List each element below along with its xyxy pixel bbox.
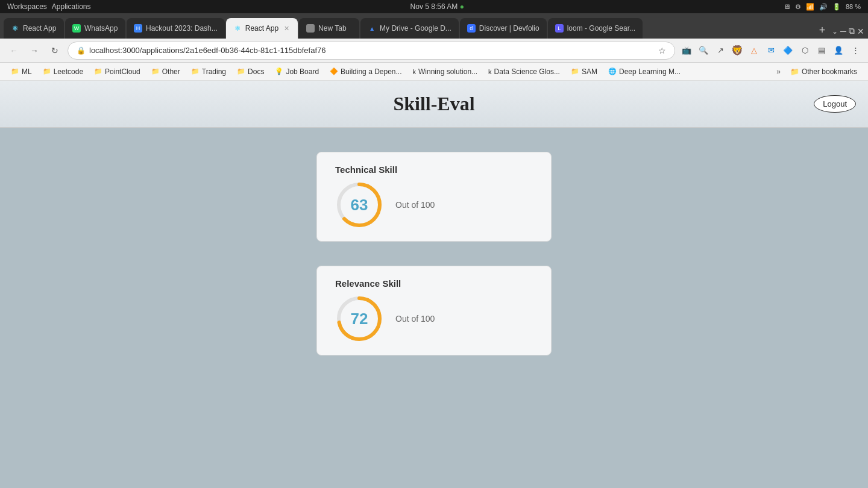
tab-favicon-devfolio: d bbox=[467, 24, 476, 33]
cast-icon[interactable]: 📺 bbox=[680, 44, 693, 57]
bookmark-label-leetcode: Leetcode bbox=[54, 67, 83, 76]
out-of-relevance: Out of 100 bbox=[395, 314, 435, 324]
tab-google-drive[interactable]: ▲My Drive - Google D... bbox=[360, 18, 459, 39]
bookmark-leetcode[interactable]: 📁Leetcode bbox=[38, 64, 88, 79]
tab-label-react-app-2: React App bbox=[245, 24, 278, 33]
bookmark-ml[interactable]: 📁ML bbox=[6, 64, 37, 79]
logout-button[interactable]: Logout bbox=[814, 95, 856, 113]
bookmark-label-docs: Docs bbox=[248, 67, 264, 76]
tab-label-hackout: Hackout 2023: Dash... bbox=[146, 24, 218, 33]
zoom-icon[interactable]: 🔍 bbox=[697, 44, 710, 57]
bookmark-icon-leetcode: 📁 bbox=[43, 67, 51, 75]
tab-close-react-app-2[interactable]: ✕ bbox=[282, 25, 291, 33]
share-icon[interactable]: ↗ bbox=[714, 44, 727, 57]
bookmark-icon-ml: 📁 bbox=[11, 67, 19, 75]
reload-button[interactable]: ↻ bbox=[47, 43, 63, 58]
tab-favicon-react-app-2: ⚛ bbox=[233, 24, 242, 33]
bookmark-label-data-science: Data Science Glos... bbox=[494, 67, 560, 76]
applications-menu[interactable]: Applications bbox=[52, 2, 91, 11]
wifi-icon[interactable]: 📶 bbox=[806, 3, 814, 11]
bookmark-other[interactable]: 📁Other bbox=[146, 64, 185, 79]
score-value-relevance: 72 bbox=[351, 310, 368, 328]
tab-label-react-app-1: React App bbox=[23, 24, 57, 33]
bookmark-building-depen[interactable]: 🔶Building a Depen... bbox=[325, 64, 406, 79]
tab-react-app-2[interactable]: ⚛React App✕ bbox=[226, 18, 298, 39]
bookmark-label-sam: SAM bbox=[582, 67, 597, 76]
brave-shield-icon[interactable]: 🦁 bbox=[731, 44, 744, 57]
score-value-technical: 63 bbox=[351, 196, 368, 214]
bookmark-label-other: Other bbox=[162, 67, 180, 76]
app-header: Skill-Eval Logout bbox=[0, 81, 868, 128]
tab-label-whatsapp: WhatsApp bbox=[84, 24, 118, 33]
tab-favicon-google-drive: ▲ bbox=[368, 24, 376, 33]
bookmark-sam[interactable]: 📁SAM bbox=[566, 64, 602, 79]
score-card-relevance: Relevance Skill 72 Out of 100 bbox=[316, 266, 552, 355]
bookmark-icon-pointcloud: 📁 bbox=[94, 67, 102, 75]
profile-icon[interactable]: 👤 bbox=[832, 44, 845, 57]
minimize-button[interactable]: ─ bbox=[840, 27, 846, 36]
tab-react-app-1[interactable]: ⚛React App bbox=[4, 18, 64, 39]
circle-relevance: 72 bbox=[335, 295, 383, 343]
bookmark-pointcloud[interactable]: 📁PointCloud bbox=[89, 64, 145, 79]
app-content: Skill-Eval Logout Technical Skill 63 Out… bbox=[0, 81, 868, 488]
sidebar-icon[interactable]: ▤ bbox=[815, 44, 828, 57]
tab-hackout[interactable]: HHackout 2023: Dash... bbox=[127, 18, 225, 39]
bookmark-trading[interactable]: 📁Trading bbox=[186, 64, 231, 79]
nav-bar: ← → ↻ 🔒 localhost:3000/applications/2a1e… bbox=[0, 39, 868, 63]
tab-loom[interactable]: Lloom - Google Sear... bbox=[548, 18, 643, 39]
bookmark-star-icon[interactable]: ☆ bbox=[658, 46, 666, 55]
menu-icon[interactable]: ⋮ bbox=[849, 44, 862, 57]
new-tab-button[interactable]: + bbox=[814, 22, 831, 39]
tab-bar: ⚛React AppWWhatsAppHHackout 2023: Dash..… bbox=[0, 13, 868, 39]
bookmarks-bar: 📁ML📁Leetcode📁PointCloud📁Other📁Trading📁Do… bbox=[0, 63, 868, 81]
battery-icon: 🔋 bbox=[832, 3, 841, 11]
other-bookmarks-label: Other bookmarks bbox=[802, 67, 857, 76]
bookmark-icon-docs: 📁 bbox=[237, 67, 245, 75]
back-button[interactable]: ← bbox=[6, 43, 22, 58]
bookmark-data-science[interactable]: kData Science Glos... bbox=[483, 64, 565, 79]
extension-icon-1[interactable]: 🔷 bbox=[781, 44, 794, 57]
bookmark-label-job-board: Job Board bbox=[286, 67, 319, 76]
bookmark-icon-other: 📁 bbox=[151, 67, 160, 75]
extension-icon-2[interactable]: ⬡ bbox=[798, 44, 811, 57]
settings-icon[interactable]: ⚙ bbox=[795, 3, 801, 11]
bookmark-job-board[interactable]: 💡Job Board bbox=[270, 64, 324, 79]
address-bar[interactable]: 🔒 localhost:3000/applications/2a1e6edf-0… bbox=[68, 42, 675, 60]
tab-label-devfolio: Discover | Devfolio bbox=[479, 24, 539, 33]
tab-devfolio[interactable]: dDiscover | Devfolio bbox=[460, 18, 547, 39]
bookmark-icon-deep-learning: 🌐 bbox=[608, 67, 617, 75]
tab-list-chevron[interactable]: ⌄ bbox=[832, 27, 838, 36]
tab-label-loom: loom - Google Sear... bbox=[567, 24, 635, 33]
brave-rewards-icon[interactable]: △ bbox=[747, 44, 761, 57]
lock-icon: 🔒 bbox=[77, 46, 86, 55]
system-bar: Workspaces Applications Nov 5 8:56 AM ● … bbox=[0, 0, 868, 13]
bookmarks-overflow[interactable]: » bbox=[773, 66, 784, 77]
bookmark-winning-solution[interactable]: kWinning solution... bbox=[408, 64, 483, 79]
bookmark-icon-building-depen: 🔶 bbox=[330, 67, 338, 75]
dot-indicator: ● bbox=[460, 2, 464, 11]
screen-icon[interactable]: 🖥 bbox=[784, 3, 790, 10]
close-window-button[interactable]: ✕ bbox=[857, 27, 864, 36]
datetime: Nov 5 8:56 AM bbox=[410, 2, 458, 11]
tab-favicon-new-tab bbox=[306, 24, 315, 33]
bookmark-label-trading: Trading bbox=[202, 67, 226, 76]
folder-icon: 📁 bbox=[790, 67, 799, 76]
tab-whatsapp[interactable]: WWhatsApp bbox=[65, 18, 125, 39]
other-bookmarks-folder[interactable]: 📁 Other bookmarks bbox=[785, 66, 862, 77]
tab-new-tab[interactable]: New Tab bbox=[299, 18, 359, 39]
score-cards-container: Technical Skill 63 Out of 100Relevance S… bbox=[316, 128, 552, 380]
tab-favicon-react-app-1: ⚛ bbox=[11, 24, 19, 33]
bookmark-deep-learning[interactable]: 🌐Deep Learning M... bbox=[603, 64, 685, 79]
score-card-title-technical: Technical Skill bbox=[335, 164, 533, 175]
bookmark-icon-sam: 📁 bbox=[571, 67, 579, 75]
workspaces-menu[interactable]: Workspaces bbox=[7, 2, 47, 11]
bookmark-label-pointcloud: PointCloud bbox=[105, 67, 140, 76]
restore-button[interactable]: ⧉ bbox=[849, 26, 855, 36]
battery-level: 88 % bbox=[846, 3, 861, 10]
score-card-technical: Technical Skill 63 Out of 100 bbox=[316, 152, 552, 242]
outlook-icon[interactable]: ✉ bbox=[764, 44, 778, 57]
bookmark-docs[interactable]: 📁Docs bbox=[232, 64, 269, 79]
forward-button[interactable]: → bbox=[27, 43, 42, 58]
bookmark-icon-data-science: k bbox=[488, 68, 492, 75]
audio-icon[interactable]: 🔊 bbox=[819, 3, 828, 11]
